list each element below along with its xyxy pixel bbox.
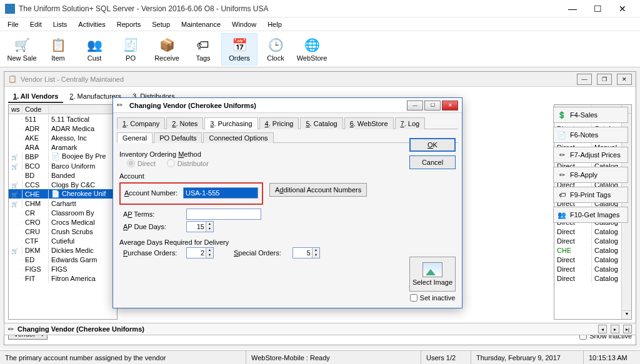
- direct-radio[interactable]: Direct: [127, 159, 156, 167]
- account-number-label: Account Number:: [124, 189, 179, 197]
- fn-button-f6-notes[interactable]: 📄F6-Notes: [553, 127, 628, 143]
- ap-terms-input[interactable]: [186, 209, 261, 220]
- vendor-row-right[interactable]: DirectCatalog: [554, 227, 631, 236]
- nav-next-button[interactable]: ▸: [611, 325, 619, 333]
- vendor-tab-0[interactable]: 1. All Vendors: [8, 91, 63, 103]
- vendor-row[interactable]: FIGSFIGS: [9, 264, 117, 273]
- child-minimize-button[interactable]: —: [577, 74, 592, 85]
- dlg-tab-6[interactable]: 7. Log: [395, 117, 426, 129]
- po-days-label: Purchase Orders:: [123, 249, 182, 257]
- cancel-button[interactable]: Cancel: [409, 155, 456, 169]
- dlg-tab-1[interactable]: 2. Notes: [166, 117, 203, 129]
- cust-icon: 👥: [86, 36, 103, 54]
- menubar: FileEditListsActivitiesReportsSetupMaint…: [0, 17, 640, 31]
- menu-window[interactable]: Window: [227, 19, 261, 29]
- vendor-row[interactable]: CROCrocs Medical: [9, 217, 117, 227]
- dlg-tab-5[interactable]: 6. WebStore: [344, 117, 394, 129]
- toolbar-item[interactable]: 📋Item: [40, 33, 76, 66]
- additional-account-numbers-button[interactable]: Additional Account Numbers: [269, 183, 367, 197]
- vendor-row[interactable]: ADRADAR Medica: [9, 124, 117, 133]
- toolbar-po[interactable]: 🧾PO: [112, 33, 149, 66]
- child-close-button[interactable]: ✕: [617, 74, 632, 85]
- menu-lists[interactable]: Lists: [48, 19, 72, 29]
- select-image-button[interactable]: Select Image: [409, 257, 456, 292]
- menu-maintenance[interactable]: Maintenance: [176, 19, 226, 29]
- vendor-list-titlebar: 📋 Vendor List - Centrally Maintained — ❐…: [4, 72, 636, 87]
- set-inactive-check[interactable]: Set inactive: [410, 294, 456, 302]
- vendor-row-right[interactable]: DirectCatalog: [554, 255, 631, 264]
- fn-button-f9-print-tags[interactable]: 🏷F9-Print Tags: [553, 187, 628, 203]
- dlg-subtab-2[interactable]: Connected Options: [203, 132, 273, 143]
- ordering-method-label: Inventory Ordering Method: [119, 150, 456, 158]
- close-button[interactable]: ✕: [610, 1, 635, 17]
- toolbar-orders[interactable]: 📅Orders: [221, 33, 258, 66]
- vendor-row[interactable]: 🛒CHE📄 Cherokee Unif: [9, 189, 117, 199]
- vendor-row[interactable]: ARAAramark: [9, 142, 117, 152]
- vendor-row[interactable]: BDBanded: [9, 170, 117, 180]
- menu-help[interactable]: Help: [262, 19, 287, 29]
- child-restore-button[interactable]: ❐: [597, 74, 612, 85]
- col-name[interactable]: [49, 105, 117, 114]
- account-number-input[interactable]: [183, 187, 258, 199]
- fn-button-f7-adjust-prices[interactable]: ✏F7-Adjust Prices: [553, 147, 628, 163]
- info-bar: ✏ Changing Vendor (Cherokee Uniforms) ◂ …: [4, 323, 636, 335]
- vendor-row-right[interactable]: DirectCatalog: [554, 236, 631, 245]
- vendor-row[interactable]: CRClassroom By: [9, 208, 117, 217]
- menu-edit[interactable]: Edit: [25, 19, 47, 29]
- vendor-row-right[interactable]: DirectCatalog: [554, 264, 631, 273]
- vendor-row[interactable]: AKEAkesso, Inc: [9, 133, 117, 142]
- vendor-row[interactable]: 🛒BBP📄 Boojee By Pre: [9, 152, 117, 161]
- vendor-grid-left[interactable]: ws Code 5115.11 TacticalADRADAR MedicaAK…: [8, 104, 118, 320]
- menu-reports[interactable]: Reports: [112, 19, 146, 29]
- dialog-minimize-button[interactable]: —: [407, 101, 423, 111]
- tags-icon: 🏷: [194, 36, 212, 54]
- toolbar-cust[interactable]: 👥Cust: [76, 33, 112, 66]
- vendor-row[interactable]: FITFitron America: [9, 273, 117, 283]
- ok-button[interactable]: OK: [409, 138, 456, 152]
- po-days-spinner[interactable]: ▴▾: [186, 247, 214, 258]
- vendor-row[interactable]: 5115.11 Tactical: [9, 114, 117, 124]
- toolbar-tags[interactable]: 🏷Tags: [185, 33, 221, 66]
- toolbar-receive[interactable]: 📦Receive: [149, 33, 185, 66]
- vendor-row[interactable]: 🛒DKMDickies Medic: [9, 245, 117, 255]
- distributor-radio[interactable]: Distributor: [167, 159, 209, 167]
- dlg-tab-0[interactable]: 1. Company: [117, 117, 165, 129]
- fn-button-f8-apply[interactable]: ✏F8-Apply: [553, 167, 628, 183]
- fn-button-f4-sales[interactable]: 💲F4-Sales: [553, 107, 628, 123]
- menu-setup[interactable]: Setup: [147, 19, 175, 29]
- toolbar-clock[interactable]: 🕒Clock: [258, 33, 294, 66]
- vendor-row[interactable]: CRUCrush Scrubs: [9, 227, 117, 236]
- dlg-tab-2[interactable]: 3. Purchasing: [204, 117, 258, 129]
- col-ws[interactable]: ws: [9, 105, 22, 114]
- so-days-spinner[interactable]: ▴▾: [292, 247, 320, 258]
- vendor-row[interactable]: 🛒CHMCarhartt: [9, 199, 117, 208]
- vendor-row-right[interactable]: CHECatalog: [554, 245, 631, 255]
- dlg-tab-4[interactable]: 5. Catalog: [300, 117, 342, 129]
- minimize-button[interactable]: —: [560, 1, 585, 17]
- vendor-row[interactable]: CTFCutieful: [9, 236, 117, 245]
- vendor-row[interactable]: EDEdwards Garm: [9, 255, 117, 264]
- vendor-row[interactable]: 🛒CCSClogs By C&C: [9, 180, 117, 189]
- info-bar-title: Changing Vendor (Cherokee Uniforms): [18, 325, 144, 333]
- toolbar-new-sale[interactable]: 🛒New Sale: [4, 33, 40, 66]
- nav-first-button[interactable]: ◂: [598, 325, 607, 333]
- maximize-button[interactable]: ☐: [585, 1, 610, 17]
- ap-due-days-spinner[interactable]: ▴▾: [186, 221, 214, 232]
- col-code[interactable]: Code: [22, 105, 49, 114]
- item-icon: 📋: [49, 36, 67, 54]
- nav-last-button[interactable]: ▸|: [623, 325, 632, 333]
- menu-file[interactable]: File: [2, 19, 24, 29]
- vendor-list-icon: 📋: [8, 75, 17, 83]
- menu-activities[interactable]: Activities: [73, 19, 110, 29]
- dlg-subtab-0[interactable]: General: [117, 132, 152, 143]
- vendor-row[interactable]: 🛒BCOBarco Uniform: [9, 161, 117, 170]
- dialog-maximize-button[interactable]: ☐: [424, 101, 441, 111]
- toolbar-webstore[interactable]: 🌐WebStore: [294, 33, 330, 66]
- fn-button-f10-get-images[interactable]: 👥F10-Get Images: [553, 207, 628, 223]
- dlg-tab-3[interactable]: 4. Pricing: [259, 117, 299, 129]
- dialog-titlebar[interactable]: ✏ Changing Vendor (Cherokee Uniforms) — …: [113, 98, 462, 113]
- vendor-row-right[interactable]: DirectCatalog: [554, 273, 631, 283]
- dlg-subtab-1[interactable]: PO Defaults: [154, 132, 202, 143]
- app-title: The Uniform Solution+ SQL Server - Versi…: [19, 4, 560, 13]
- dialog-close-button[interactable]: ✕: [442, 101, 458, 111]
